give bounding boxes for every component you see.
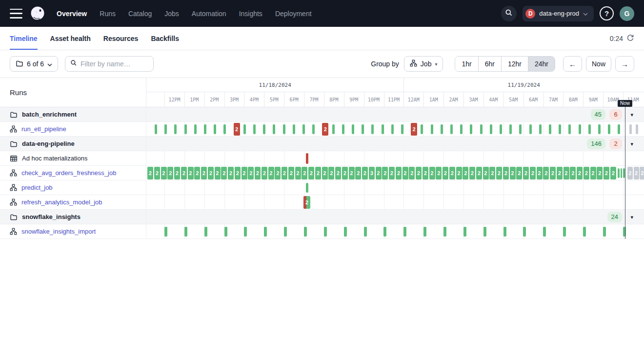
nav-item-deployment[interactable]: Deployment (275, 10, 312, 18)
menu-button[interactable] (10, 9, 22, 19)
run-bar[interactable] (443, 227, 446, 237)
run-bar[interactable]: 2 (496, 167, 502, 179)
job-name-link[interactable]: run_etl_pipeline (21, 125, 66, 133)
run-bar[interactable] (194, 124, 197, 134)
run-bar[interactable]: 2 (315, 167, 321, 179)
run-bar[interactable] (263, 124, 265, 134)
run-bar[interactable]: 2 (476, 167, 482, 179)
run-bar[interactable] (264, 227, 267, 237)
page-left-button[interactable]: ← (563, 56, 582, 72)
run-bar[interactable] (174, 124, 177, 134)
name-filter-input[interactable] (80, 60, 148, 68)
run-bar[interactable]: 2 (409, 167, 415, 179)
nav-item-jobs[interactable]: Jobs (164, 10, 179, 18)
run-bar[interactable]: 2 (322, 123, 328, 136)
run-bar[interactable] (403, 227, 406, 237)
deployment-switcher[interactable]: D data-eng-prod (523, 6, 594, 21)
run-bar[interactable] (284, 227, 287, 237)
nav-item-automation[interactable]: Automation (192, 10, 226, 18)
range-button-1hr[interactable]: 1hr (455, 57, 478, 71)
run-bar[interactable]: 2 (208, 167, 214, 179)
run-bar[interactable]: 2 (161, 167, 167, 179)
run-bar[interactable]: 2 (456, 167, 462, 179)
run-bar[interactable]: 2 (483, 167, 489, 179)
run-bar[interactable] (184, 227, 187, 237)
run-bar[interactable]: 2 (188, 167, 194, 179)
range-button-6hr[interactable]: 6hr (479, 57, 502, 71)
range-button-12hr[interactable]: 12hr (502, 57, 528, 71)
run-bar[interactable] (543, 227, 546, 237)
run-bar[interactable] (608, 124, 610, 134)
run-bar[interactable] (588, 124, 591, 134)
run-bar[interactable]: 2 (308, 167, 314, 179)
run-bar[interactable]: 2 (282, 167, 287, 179)
run-bar[interactable]: 2 (530, 167, 536, 179)
run-bar[interactable]: 2 (288, 167, 294, 179)
search-button[interactable] (501, 6, 517, 21)
run-bar[interactable] (563, 227, 566, 237)
run-bar[interactable] (223, 124, 226, 134)
run-bar[interactable]: 2 (640, 167, 644, 179)
run-bar[interactable] (382, 124, 384, 134)
run-bar[interactable] (302, 124, 305, 134)
run-bar[interactable] (583, 227, 586, 237)
run-bar[interactable]: 2 (564, 167, 569, 179)
run-bar[interactable] (332, 124, 335, 134)
run-bar[interactable] (164, 227, 167, 237)
run-bar[interactable] (490, 124, 492, 134)
run-bar[interactable] (383, 227, 386, 237)
nav-item-overview[interactable]: Overview (57, 10, 87, 18)
run-bar[interactable]: 2 (255, 167, 261, 179)
run-bar[interactable]: 2 (510, 167, 516, 179)
run-bar[interactable]: 2 (242, 167, 247, 179)
run-bar[interactable]: 2 (423, 167, 428, 179)
run-bar[interactable] (344, 227, 347, 237)
run-bar[interactable]: 2 (147, 167, 153, 179)
run-bar[interactable]: 2 (382, 167, 388, 179)
tab-resources[interactable]: Resources (103, 27, 139, 50)
run-bar[interactable]: 2 (228, 167, 234, 179)
run-bar[interactable] (244, 227, 247, 237)
run-bar[interactable] (391, 124, 394, 134)
run-bar[interactable]: 2 (469, 167, 475, 179)
run-bar[interactable]: 2 (248, 167, 254, 179)
run-bar[interactable] (623, 168, 625, 178)
nav-item-catalog[interactable]: Catalog (128, 10, 152, 18)
run-bar[interactable]: 2 (396, 167, 402, 179)
run-bar[interactable]: 2 (355, 167, 361, 179)
run-bar[interactable] (579, 124, 581, 134)
run-bar[interactable]: 2 (328, 167, 334, 179)
run-bar[interactable]: 2 (610, 167, 616, 179)
run-bar[interactable] (306, 153, 308, 164)
run-bar[interactable] (539, 124, 542, 134)
run-bar[interactable]: 2 (201, 167, 207, 179)
run-bar[interactable] (503, 227, 506, 237)
run-bar[interactable] (423, 227, 426, 237)
run-bar[interactable]: 2 (194, 167, 200, 179)
run-bar[interactable]: 2 (349, 167, 355, 179)
run-bar[interactable] (283, 124, 285, 134)
run-bar[interactable]: 2 (389, 167, 395, 179)
run-bar[interactable] (364, 227, 367, 237)
run-bar[interactable] (621, 168, 623, 178)
run-bar[interactable] (214, 124, 216, 134)
run-bar[interactable] (629, 124, 632, 134)
run-bar[interactable] (401, 124, 403, 134)
run-bar[interactable]: 2 (429, 167, 435, 179)
run-bar[interactable]: 3 (369, 167, 375, 179)
run-bar[interactable]: 2 (262, 167, 267, 179)
run-bar[interactable] (470, 124, 472, 134)
run-bar[interactable]: 2 (443, 167, 448, 179)
run-bar[interactable]: 2 (154, 167, 160, 179)
run-bar[interactable] (549, 124, 551, 134)
run-bar[interactable]: 2 (303, 196, 310, 209)
run-bar[interactable] (362, 124, 364, 134)
run-bar[interactable]: 2 (627, 167, 633, 179)
run-bar[interactable]: 2 (570, 167, 576, 179)
run-bar[interactable]: 2 (557, 167, 563, 179)
run-bar[interactable]: 2 (295, 167, 301, 179)
run-bar[interactable] (304, 227, 307, 237)
run-bar[interactable]: 2 (174, 167, 180, 179)
run-bar[interactable] (483, 227, 486, 237)
run-bar[interactable] (509, 124, 512, 134)
